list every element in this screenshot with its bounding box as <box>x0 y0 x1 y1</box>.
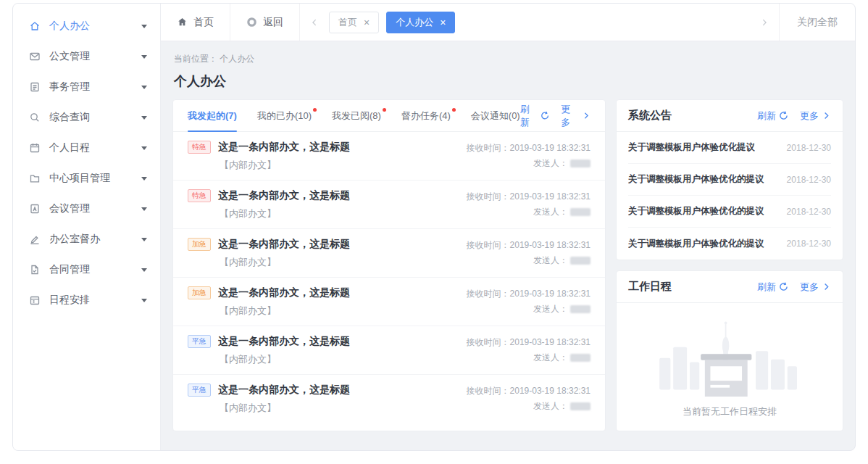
content-columns: 我发起的(7) 我的已办(10) 我发已阅(8) 督办任 <box>172 99 843 431</box>
sidebar-item-center-project-management[interactable]: 中心项目管理 <box>13 163 160 194</box>
sidebar-item-personal-office[interactable]: 个人办公 <box>13 11 160 41</box>
sidebar-item-document-management[interactable]: 公文管理 <box>13 41 160 72</box>
tab-my-initiated[interactable]: 我发起的(7) <box>188 100 237 131</box>
unread-dot <box>313 108 317 112</box>
received-time: 2019-03-19 18:32:31 <box>510 240 591 250</box>
announcement-item[interactable]: 关于调整模板用户体验优化的提议 2018-12-30 <box>628 196 831 228</box>
close-all-button[interactable]: 关闭全部 <box>780 4 855 41</box>
tab-my-done[interactable]: 我的已办(10) <box>257 100 312 131</box>
sidebar-item-schedule-arrangement[interactable]: 日程安排 <box>13 285 160 315</box>
sidebar-item-label: 日程安排 <box>49 294 90 307</box>
row-main: 平急 这是一条内部办文，这是标题 【内部办文】 <box>188 335 350 366</box>
home-icon <box>29 20 41 32</box>
schedule-empty-state: 当前暂无工作日程安排 <box>617 303 843 431</box>
back-button[interactable]: 返回 <box>230 4 299 41</box>
document-row[interactable]: 平急 这是一条内部办文，这是标题 【内部办文】 接收时间：2019-03-19 … <box>173 375 605 423</box>
home-button-label: 首页 <box>193 16 214 29</box>
breadcrumb-label: 当前位置： <box>174 54 217 64</box>
chevron-right-icon <box>822 111 831 120</box>
row-meta: 接收时间：2019-03-19 18:32:31 发送人： <box>467 189 591 220</box>
sidebar-item-label: 事务管理 <box>49 80 90 94</box>
document-title: 这是一条内部办文，这是标题 <box>218 286 350 299</box>
priority-badge: 特急 <box>188 189 211 202</box>
sidebar-item-affairs-management[interactable]: 事务管理 <box>13 72 160 102</box>
received-time: 2019-03-19 18:32:31 <box>510 289 591 299</box>
refresh-icon <box>541 111 549 120</box>
sender-label: 发送人： <box>533 158 568 168</box>
chevron-down-icon <box>141 177 147 183</box>
sidebar-item-label: 合同管理 <box>49 263 90 276</box>
close-icon[interactable]: × <box>440 17 446 28</box>
priority-badge: 加急 <box>188 238 211 251</box>
document-category: 【内部办文】 <box>220 207 350 220</box>
page-tab-home[interactable]: 首页 × <box>329 12 379 33</box>
document-category: 【内部办文】 <box>220 304 350 318</box>
announcement-item[interactable]: 关于调整模板用户体验优化的提议 2018-12-30 <box>628 164 831 196</box>
pen-icon <box>29 233 41 245</box>
document-row[interactable]: 加急 这是一条内部办文，这是标题 【内部办文】 接收时间：2019-03-19 … <box>173 278 605 326</box>
unread-dot <box>383 108 386 112</box>
chevron-down-icon <box>141 238 147 244</box>
schedule-actions: 刷新 更多 <box>757 281 831 294</box>
announcement-list: 关于调整模板用户体验优化提议 2018-12-30 关于调整模板用户体验优化的提… <box>617 132 843 260</box>
back-button-label: 返回 <box>263 16 283 29</box>
worklist-rows: 特急 这是一条内部办文，这是标题 【内部办文】 接收时间：2019-03-19 … <box>173 132 605 431</box>
announcement-item[interactable]: 关于调整模板用户体验优化提议 2018-12-30 <box>628 132 831 164</box>
document-row[interactable]: 特急 这是一条内部办文，这是标题 【内部办文】 接收时间：2019-03-19 … <box>173 132 605 181</box>
tabs-scroll-left-button[interactable] <box>300 18 329 27</box>
document-row[interactable]: 特急 这是一条内部办文，这是标题 【内部办文】 接收时间：2019-03-19 … <box>173 181 605 229</box>
close-icon[interactable]: × <box>364 17 370 28</box>
row-meta: 接收时间：2019-03-19 18:32:31 发送人： <box>467 238 591 269</box>
sidebar-item-comprehensive-query[interactable]: 综合查询 <box>13 102 160 133</box>
received-time-label: 接收时间： <box>467 337 510 347</box>
breadcrumb: 当前位置： 个人办公 <box>174 53 843 65</box>
row-meta: 接收时间：2019-03-19 18:32:31 发送人： <box>467 335 591 366</box>
sidebar-item-contract-management[interactable]: 合同管理 <box>13 254 160 285</box>
document-row[interactable]: 平急 这是一条内部办文，这是标题 【内部办文】 接收时间：2019-03-19 … <box>173 326 605 375</box>
received-time-label: 接收时间： <box>467 240 510 250</box>
more-button[interactable]: 更多 <box>800 109 831 123</box>
sidebar-item-personal-schedule[interactable]: 个人日程 <box>13 133 160 163</box>
document-category: 【内部办文】 <box>220 353 350 366</box>
tab-supervision-tasks[interactable]: 督办任务(4) <box>401 100 451 131</box>
document-row[interactable]: 加急 这是一条内部办文，这是标题 【内部办文】 接收时间：2019-03-19 … <box>173 229 605 278</box>
more-button[interactable]: 更多 <box>561 103 591 129</box>
worklist-card: 我发起的(7) 我的已办(10) 我发已阅(8) 督办任 <box>172 99 606 431</box>
tabs-scroll-right-button[interactable] <box>750 18 779 27</box>
chevron-right-icon <box>760 18 769 27</box>
contract-icon <box>29 264 41 276</box>
topbar: 首页 返回 首页 × 个人办公 × <box>161 4 855 41</box>
refresh-label: 刷新 <box>520 103 538 129</box>
sender-redacted <box>570 354 591 362</box>
tab-meeting-notices[interactable]: 会议通知(0) <box>471 100 520 131</box>
document-title: 这是一条内部办文，这是标题 <box>218 141 350 154</box>
refresh-button[interactable]: 刷新 <box>520 103 550 129</box>
refresh-button[interactable]: 刷新 <box>757 281 788 294</box>
row-meta: 接收时间：2019-03-19 18:32:31 发送人： <box>467 384 591 415</box>
document-title: 这是一条内部办文，这是标题 <box>218 335 350 348</box>
panel-title: 系统公告 <box>628 109 672 123</box>
sender-redacted <box>570 402 591 410</box>
row-main: 特急 这是一条内部办文，这是标题 【内部办文】 <box>188 189 350 220</box>
chevron-down-icon <box>141 86 147 92</box>
main-area: 首页 返回 首页 × 个人办公 × <box>161 4 855 450</box>
sidebar-item-label: 中心项目管理 <box>49 172 110 185</box>
unread-dot <box>452 108 456 112</box>
home-button[interactable]: 首页 <box>161 4 230 41</box>
tab-my-read[interactable]: 我发已阅(8) <box>332 100 381 131</box>
tab-label: 我发已阅(8) <box>332 109 381 123</box>
received-time: 2019-03-19 18:32:31 <box>510 386 591 396</box>
more-button[interactable]: 更多 <box>800 281 831 294</box>
document-category: 【内部办文】 <box>220 256 350 269</box>
sidebar-item-office-supervision[interactable]: 办公室督办 <box>13 224 160 254</box>
announcements-card: 系统公告 刷新 更多 <box>616 99 843 260</box>
announcement-item[interactable]: 关于调整模板用户体验优化的提议 2018-12-30 <box>628 228 831 260</box>
sidebar-item-label: 办公室督办 <box>49 233 100 246</box>
document-title: 这是一条内部办文，这是标题 <box>218 238 350 251</box>
page-tab-personal-office[interactable]: 个人办公 × <box>386 12 455 33</box>
sidebar-item-meeting-management[interactable]: 会议管理 <box>13 194 160 224</box>
announcement-date: 2018-12-30 <box>787 143 831 153</box>
tab-label: 我的已办(10) <box>257 109 312 123</box>
more-label: 更多 <box>800 281 819 294</box>
refresh-button[interactable]: 刷新 <box>757 109 788 123</box>
